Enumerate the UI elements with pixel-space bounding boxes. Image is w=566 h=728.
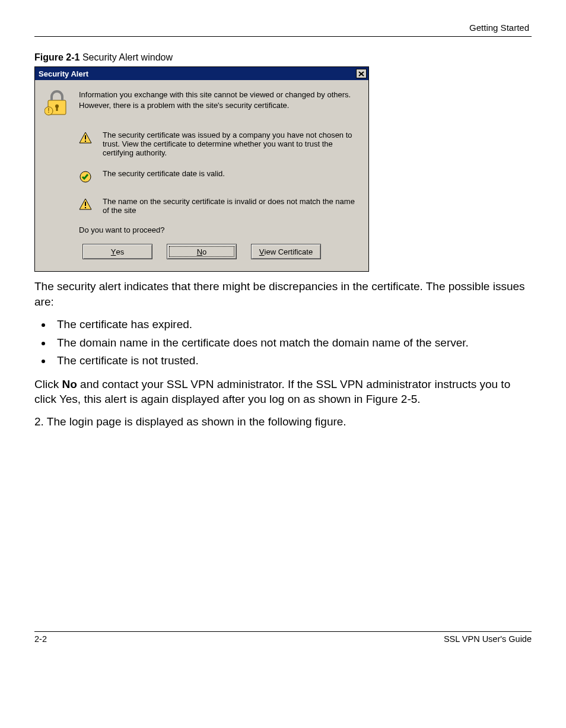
lock-warning-icon: ! — [44, 90, 69, 119]
svg-text:!: ! — [47, 107, 49, 114]
check-icon — [79, 170, 93, 185]
dialog-title: Security Alert — [39, 69, 88, 78]
dialog-item-3: The name on the security certificate is … — [103, 197, 359, 215]
dialog-item-1: The security certificate was issued by a… — [103, 131, 359, 157]
svg-rect-12 — [85, 202, 86, 206]
list-item: The domain name in the certificate does … — [52, 335, 532, 352]
figure-number: Figure 2-1 — [34, 52, 80, 62]
proceed-question: Do you want to proceed? — [79, 225, 359, 234]
doc-title: SSL VPN User's Guide — [444, 634, 532, 644]
warning-icon — [79, 198, 93, 215]
figure-title: Security Alert window — [80, 52, 173, 62]
header-rule — [34, 36, 532, 37]
svg-rect-4 — [56, 107, 58, 111]
running-header: Getting Started — [34, 23, 532, 33]
view-certificate-button[interactable]: View Certificate — [251, 244, 321, 259]
svg-rect-8 — [85, 135, 86, 139]
security-alert-dialog: Security Alert ! — [34, 66, 369, 272]
dialog-intro-text: Information you exchange with this site … — [79, 90, 359, 119]
list-item: The certificate is not trusted. — [52, 352, 532, 370]
dialog-item-2: The security certificate date is valid. — [103, 169, 225, 185]
warning-icon — [79, 132, 93, 157]
list-item: The certificate has expired. — [52, 316, 532, 333]
page-footer: 2-2 SSL VPN User's Guide — [34, 631, 532, 644]
issue-list: The certificate has expired. The domain … — [34, 316, 532, 370]
no-button[interactable]: No — [167, 244, 237, 259]
paragraph-1: The security alert indicates that there … — [34, 279, 532, 309]
dialog-titlebar: Security Alert — [35, 67, 368, 80]
yes-button[interactable]: Yes — [82, 244, 152, 259]
close-button[interactable] — [356, 69, 367, 78]
close-icon — [358, 71, 364, 77]
step-2: 2. The login page is displayed as shown … — [34, 414, 532, 430]
page-number: 2-2 — [34, 634, 47, 644]
svg-rect-9 — [85, 141, 86, 142]
svg-rect-13 — [85, 207, 86, 208]
figure-caption: Figure 2-1 Security Alert window — [34, 52, 532, 63]
paragraph-2: Click No and contact your SSL VPN admini… — [34, 377, 532, 407]
